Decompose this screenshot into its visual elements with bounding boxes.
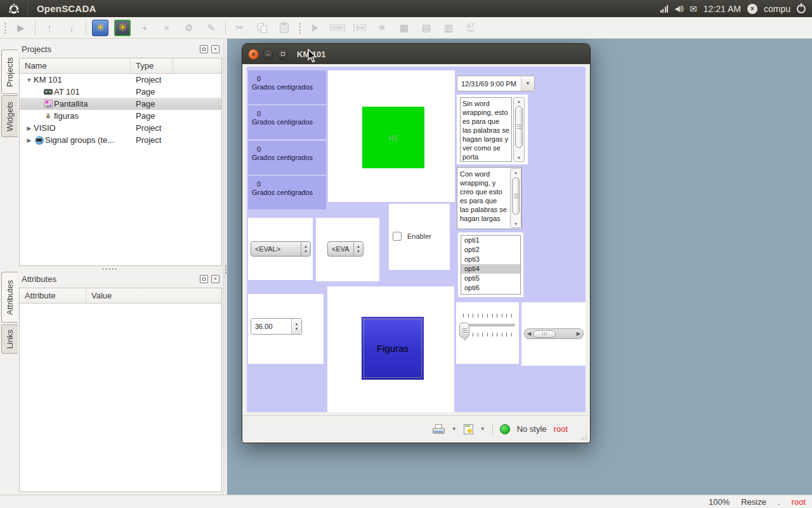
vertical-splitter[interactable] bbox=[223, 39, 227, 495]
list-item[interactable]: opti1 bbox=[461, 236, 520, 245]
scroll-left-icon[interactable]: ◀ bbox=[527, 331, 531, 337]
column-header-value[interactable]: Value bbox=[86, 288, 221, 303]
scrollbar-thumb[interactable] bbox=[512, 177, 520, 215]
column-header-attribute[interactable]: Attribute bbox=[20, 288, 86, 303]
toolbar-grip[interactable] bbox=[4, 22, 7, 34]
temp-display-3[interactable]: 0 Grados centigrados bbox=[248, 141, 326, 175]
eva-spincombo[interactable]: <EVA ▲▼ bbox=[327, 241, 363, 257]
list-item[interactable]: opti5 bbox=[461, 274, 520, 283]
paste-button[interactable] bbox=[276, 20, 292, 36]
volume-icon[interactable]: ◀))) bbox=[674, 5, 683, 12]
print-button[interactable] bbox=[433, 424, 445, 434]
column-header-name[interactable]: Name bbox=[20, 58, 131, 73]
close-panel-icon[interactable]: × bbox=[211, 275, 219, 283]
cut-button[interactable]: ✂ bbox=[232, 20, 248, 36]
temp-display-1[interactable]: 0 Grados centigrados bbox=[248, 70, 326, 104]
ubuntu-logo-icon[interactable] bbox=[0, 0, 28, 17]
run-project-button[interactable]: ▶ bbox=[13, 20, 29, 36]
copy-button[interactable] bbox=[254, 20, 270, 36]
figuras-button[interactable]: Figuras bbox=[362, 317, 424, 380]
temp-display-4[interactable]: 0 Grados centigrados bbox=[248, 176, 326, 210]
insert-text-button[interactable]: Text bbox=[351, 20, 368, 36]
insert-diagram-button[interactable]: ▦ bbox=[396, 20, 412, 36]
slider-handle[interactable] bbox=[459, 323, 469, 338]
scrollbar-thumb[interactable] bbox=[515, 106, 523, 148]
edit-item-button[interactable]: ✎ bbox=[203, 20, 219, 36]
horizontal-scrollbar[interactable]: ◀ ▶ bbox=[524, 328, 584, 339]
window-resize-grip[interactable] bbox=[580, 432, 587, 440]
list-item[interactable]: opti2 bbox=[461, 245, 520, 255]
textarea-nowrap[interactable]: Sin word wrapping, esto es para que las … bbox=[460, 97, 512, 162]
tree-row-figuras[interactable]: ♟figuras Page bbox=[20, 110, 221, 122]
scroll-down-icon[interactable]: ▼ bbox=[517, 155, 521, 161]
float-panel-icon[interactable] bbox=[200, 275, 208, 283]
tab-attributes[interactable]: Attributes bbox=[1, 272, 18, 323]
textarea-wrap[interactable]: Con word wrapping, y creo que esto es pa… bbox=[458, 168, 509, 227]
enabler-checkbox-row[interactable]: Enabler bbox=[393, 232, 431, 241]
scroll-down-icon[interactable]: ▼ bbox=[514, 221, 518, 227]
enabler-checkbox[interactable] bbox=[393, 232, 402, 241]
options-list[interactable]: opti1 opti2 opti3 opti4 opti5 opti6 bbox=[461, 235, 521, 295]
close-panel-icon[interactable]: × bbox=[211, 45, 219, 53]
save-to-db-button[interactable]: ↓ bbox=[63, 20, 80, 36]
tree-row-km101[interactable]: ▼KM 101 Project bbox=[20, 74, 221, 86]
horizontal-splitter[interactable] bbox=[102, 267, 118, 271]
scroll-right-icon[interactable]: ▶ bbox=[577, 331, 580, 337]
username[interactable]: compu bbox=[764, 4, 790, 14]
print-dropdown-icon[interactable]: ▼ bbox=[452, 426, 457, 432]
tree-row-pantallita[interactable]: Pantallita Page bbox=[20, 98, 221, 110]
column-header-type[interactable]: Type bbox=[131, 58, 173, 73]
scroll-up-icon[interactable]: ▲ bbox=[514, 170, 518, 175]
insert-document-button[interactable]: ▥ bbox=[440, 20, 457, 36]
network-signal-icon[interactable] bbox=[660, 5, 669, 13]
expander-closed-icon[interactable]: ▶ bbox=[25, 125, 34, 131]
tree-row-at101[interactable]: AT 101 Page bbox=[20, 86, 221, 98]
spin-buttons[interactable]: ▲▼ bbox=[291, 319, 301, 334]
scroll-up-icon[interactable]: ▲ bbox=[517, 98, 521, 104]
scrollbar-thumb[interactable] bbox=[533, 330, 556, 338]
window-close-button[interactable]: × bbox=[248, 49, 259, 60]
spin-buttons[interactable]: ▲▼ bbox=[301, 242, 310, 256]
datetime-dropdown-button[interactable]: ▼ bbox=[521, 76, 534, 91]
power-icon[interactable] bbox=[797, 4, 806, 13]
tree-row-visio[interactable]: ▶VISIO Project bbox=[20, 122, 221, 134]
float-panel-icon[interactable] bbox=[200, 45, 208, 53]
tree-row-signal-groups[interactable]: ▶Signal groups (te... Project bbox=[20, 134, 221, 146]
expander-closed-icon[interactable]: ▶ bbox=[25, 137, 34, 144]
insert-form-element-button[interactable]: Enter bbox=[329, 20, 346, 36]
clock[interactable]: 12:21 AM bbox=[704, 4, 741, 14]
delete-item-button[interactable]: × bbox=[159, 20, 175, 36]
list-item[interactable]: opti6 bbox=[461, 283, 520, 293]
insert-protocol-button[interactable]: ▤ bbox=[418, 20, 435, 36]
window-titlebar[interactable]: × – KM 101 bbox=[242, 44, 590, 64]
vertical-scrollbar[interactable]: ▲ ▼ bbox=[510, 168, 521, 228]
session-indicator-icon[interactable]: × bbox=[747, 4, 757, 14]
list-item[interactable]: opti3 bbox=[461, 255, 520, 264]
window-maximize-button[interactable] bbox=[277, 49, 288, 60]
load-from-db-button[interactable]: ↑ bbox=[41, 20, 58, 36]
list-item-selected[interactable]: opti4 bbox=[461, 264, 520, 274]
new-widget-library-button[interactable]: ✳ bbox=[114, 20, 131, 36]
export-button[interactable] bbox=[464, 424, 473, 434]
h1-green-element[interactable]: H1 bbox=[362, 107, 424, 168]
tab-widgets[interactable]: Widgets bbox=[1, 95, 18, 137]
spin-buttons[interactable]: ▲▼ bbox=[353, 242, 363, 256]
horizontal-slider[interactable] bbox=[459, 314, 516, 349]
vertical-scrollbar[interactable]: ▲ ▼ bbox=[513, 97, 525, 162]
toolbar-grip[interactable] bbox=[298, 22, 301, 34]
datetime-combobox[interactable]: 12/31/69 9:00 PM ▼ bbox=[457, 76, 535, 91]
export-dropdown-icon[interactable]: ▼ bbox=[480, 426, 485, 432]
insert-function-button[interactable]: ΔTValue bbox=[462, 20, 479, 36]
item-properties-button[interactable]: ⚙ bbox=[181, 20, 197, 36]
tab-projects[interactable]: Projects bbox=[1, 50, 18, 94]
add-item-button[interactable]: + bbox=[136, 20, 153, 36]
temp-display-2[interactable]: 0 Grados centigrados bbox=[248, 105, 326, 139]
expander-open-icon[interactable]: ▼ bbox=[25, 77, 34, 83]
insert-shape-button[interactable] bbox=[307, 20, 324, 36]
mail-icon[interactable]: ✉ bbox=[690, 4, 697, 14]
insert-media-button[interactable]: ✳ bbox=[374, 20, 390, 36]
tab-links[interactable]: Links bbox=[1, 324, 18, 354]
value-spinbox[interactable]: 36.00 ▲▼ bbox=[251, 318, 302, 335]
new-project-button[interactable]: ✳ bbox=[92, 20, 108, 36]
window-minimize-button[interactable]: – bbox=[263, 49, 273, 60]
